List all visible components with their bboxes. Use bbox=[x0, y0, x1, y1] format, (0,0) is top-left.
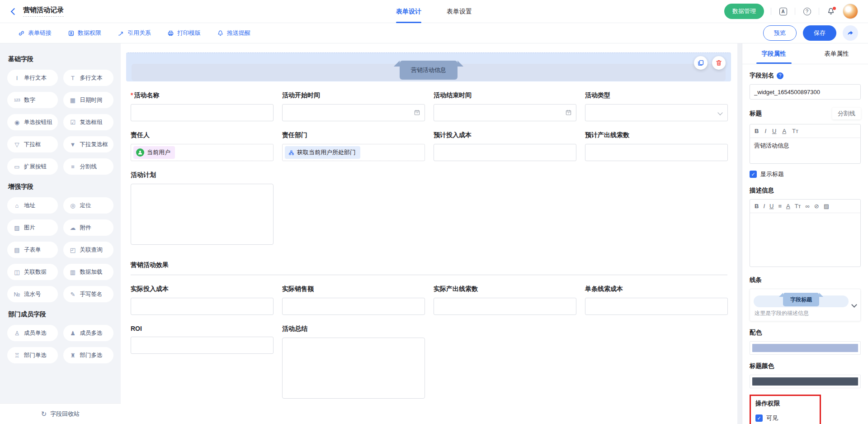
italic-icon[interactable]: I bbox=[763, 203, 765, 209]
share-button[interactable] bbox=[843, 25, 858, 41]
activity-type-select[interactable] bbox=[585, 104, 728, 121]
activity-end-time-input[interactable]: 7 bbox=[434, 104, 576, 121]
notification-bell-icon[interactable] bbox=[826, 6, 836, 16]
data-permission-button[interactable]: 数据权限 bbox=[68, 29, 101, 37]
palette-item-linked-query[interactable]: ◰关联查询 bbox=[63, 242, 114, 258]
form-link-button[interactable]: 表单链接 bbox=[18, 29, 52, 37]
save-button[interactable]: 保存 bbox=[803, 25, 836, 41]
estimated-cost-input[interactable] bbox=[434, 144, 576, 161]
font-size-icon[interactable]: Tᴛ bbox=[792, 128, 798, 134]
palette-item-subform[interactable]: ▤子表单 bbox=[7, 242, 58, 258]
visible-checkbox-row[interactable]: ✓ 可见 bbox=[755, 414, 815, 422]
underline-icon[interactable]: U bbox=[769, 203, 774, 209]
unlink-icon[interactable]: ⊘ bbox=[814, 203, 819, 209]
insert-image-icon[interactable]: ▨ bbox=[824, 203, 829, 209]
palette-item-radio-group[interactable]: ◉单选按钮组 bbox=[7, 114, 58, 130]
linked-query-icon: ◰ bbox=[69, 247, 77, 253]
palette-item-dept-single[interactable]: ♖部门单选 bbox=[7, 347, 58, 363]
cost-per-lead-input[interactable] bbox=[585, 298, 728, 315]
delete-widget-button[interactable] bbox=[712, 56, 726, 70]
palette-item-number[interactable]: 123数字 bbox=[7, 92, 58, 108]
palette-item-member-single[interactable]: ♙成员单选 bbox=[7, 325, 58, 341]
scheme-color-swatch[interactable] bbox=[752, 344, 858, 352]
push-reminder-button[interactable]: 推送提醒 bbox=[217, 29, 250, 37]
palette-item-dropdown[interactable]: ▽下拉框 bbox=[7, 136, 58, 152]
palette-item-signature[interactable]: ✎手写签名 bbox=[63, 286, 114, 302]
activity-start-time-input[interactable]: 7 bbox=[282, 104, 425, 121]
palette-item-data-load[interactable]: ▥数据加载 bbox=[63, 264, 114, 280]
actual-sales-input[interactable] bbox=[282, 298, 425, 315]
datetime-icon: ▦ bbox=[69, 97, 77, 104]
color-scheme-picker[interactable] bbox=[750, 341, 861, 355]
current-user-department-tag[interactable]: 获取当前用户所处部门 bbox=[285, 146, 360, 159]
estimated-leads-input[interactable] bbox=[585, 144, 728, 161]
address-icon: ⌂ bbox=[13, 202, 21, 209]
title-color-swatch[interactable] bbox=[752, 377, 858, 386]
help-icon[interactable]: ? bbox=[802, 6, 812, 16]
back-icon[interactable] bbox=[11, 8, 18, 15]
font-size-icon[interactable]: Tᴛ bbox=[795, 203, 801, 209]
line-style-selector[interactable]: 字段标题 这里是字段的描述信息 bbox=[750, 289, 861, 321]
checkbox-checked-icon[interactable]: ✓ bbox=[755, 414, 763, 422]
palette-item-linked-data[interactable]: ◫关联数据 bbox=[7, 264, 58, 280]
palette-item-dropdown-multi[interactable]: ▼下拉复选框 bbox=[63, 136, 114, 152]
tab-form-settings[interactable]: 表单设置 bbox=[447, 0, 472, 23]
data-permission-icon bbox=[68, 30, 75, 37]
tab-form-design[interactable]: 表单设计 bbox=[396, 0, 421, 23]
underline-icon[interactable]: U bbox=[772, 128, 776, 134]
palette-item-location[interactable]: ◎定位 bbox=[63, 197, 114, 214]
link-icon[interactable]: ∞ bbox=[806, 203, 810, 209]
field-alias-input[interactable] bbox=[750, 84, 861, 100]
palette-item-member-multi[interactable]: ♟成员多选 bbox=[63, 325, 114, 341]
palette-item-single-line-text[interactable]: I单行文本 bbox=[7, 70, 58, 86]
align-icon[interactable]: ≡ bbox=[778, 203, 782, 209]
palette-item-attachment[interactable]: ☁附件 bbox=[63, 219, 114, 236]
form-canvas: 营销活动信息 *活动名称 bbox=[121, 43, 737, 424]
current-user-tag[interactable]: 当前用户 bbox=[133, 146, 175, 159]
contact-icon[interactable]: A bbox=[778, 6, 788, 16]
activity-name-input[interactable] bbox=[131, 104, 274, 121]
field-actual-leads: 实际产出线索数 bbox=[434, 285, 576, 315]
actual-cost-input[interactable] bbox=[131, 298, 274, 315]
description-editor-content[interactable] bbox=[750, 213, 860, 267]
palette-item-serial-number[interactable]: №流水号 bbox=[7, 286, 58, 302]
color-scheme-label: 配色 bbox=[750, 329, 861, 337]
reference-relation-button[interactable]: 引用关系 bbox=[118, 29, 151, 37]
show-title-checkbox-row[interactable]: ✓ 显示标题 bbox=[750, 170, 861, 178]
tab-field-properties[interactable]: 字段属性 bbox=[742, 43, 805, 64]
field-owner-department: 责任部门 获取当前用户所处部门 bbox=[282, 131, 425, 161]
palette-item-divider[interactable]: ≡分割线 bbox=[63, 158, 114, 175]
selected-divider-widget[interactable]: 营销活动信息 bbox=[126, 52, 731, 81]
activity-summary-textarea[interactable] bbox=[282, 338, 425, 399]
activity-plan-textarea[interactable] bbox=[131, 184, 274, 245]
user-avatar[interactable] bbox=[843, 4, 858, 19]
preview-button[interactable]: 预览 bbox=[763, 25, 797, 41]
owner-input[interactable]: 当前用户 bbox=[131, 144, 274, 161]
palette-item-datetime[interactable]: ▦日期时间 bbox=[63, 92, 114, 108]
font-color-icon[interactable]: A bbox=[786, 203, 790, 209]
title-color-picker[interactable] bbox=[750, 375, 861, 388]
palette-item-extend-button[interactable]: ▭扩展按钮 bbox=[7, 158, 58, 175]
title-editor-content[interactable]: 营销活动信息 bbox=[750, 138, 860, 163]
bold-icon[interactable]: B bbox=[755, 203, 759, 209]
roi-input[interactable] bbox=[131, 337, 274, 354]
copy-widget-button[interactable] bbox=[694, 56, 708, 70]
italic-icon[interactable]: I bbox=[764, 128, 766, 134]
palette-item-image[interactable]: ▨图片 bbox=[7, 219, 58, 236]
checkbox-checked-icon[interactable]: ✓ bbox=[750, 171, 757, 178]
actual-leads-input[interactable] bbox=[434, 298, 576, 315]
data-management-button[interactable]: 数据管理 bbox=[724, 4, 764, 19]
alias-help-icon[interactable]: ? bbox=[777, 72, 783, 79]
field-actual-cost: 实际投入成本 bbox=[131, 285, 274, 315]
palette-item-address[interactable]: ⌂地址 bbox=[7, 197, 58, 214]
palette-item-checkbox-group[interactable]: ☑复选框组 bbox=[63, 114, 114, 130]
print-template-button[interactable]: 打印模版 bbox=[167, 29, 201, 37]
bold-icon[interactable]: B bbox=[755, 128, 759, 134]
palette-item-dept-multi[interactable]: ♜部门多选 bbox=[63, 347, 114, 363]
tab-form-properties[interactable]: 表单属性 bbox=[805, 43, 868, 64]
font-color-icon[interactable]: A bbox=[782, 128, 786, 134]
owner-department-input[interactable]: 获取当前用户所处部门 bbox=[282, 144, 425, 161]
palette-item-multi-line-text[interactable]: T多行文本 bbox=[63, 70, 114, 86]
field-recycle-bin[interactable]: ↻ 字段回收站 bbox=[0, 403, 121, 424]
form-title[interactable]: 营销活动记录 bbox=[23, 6, 64, 17]
